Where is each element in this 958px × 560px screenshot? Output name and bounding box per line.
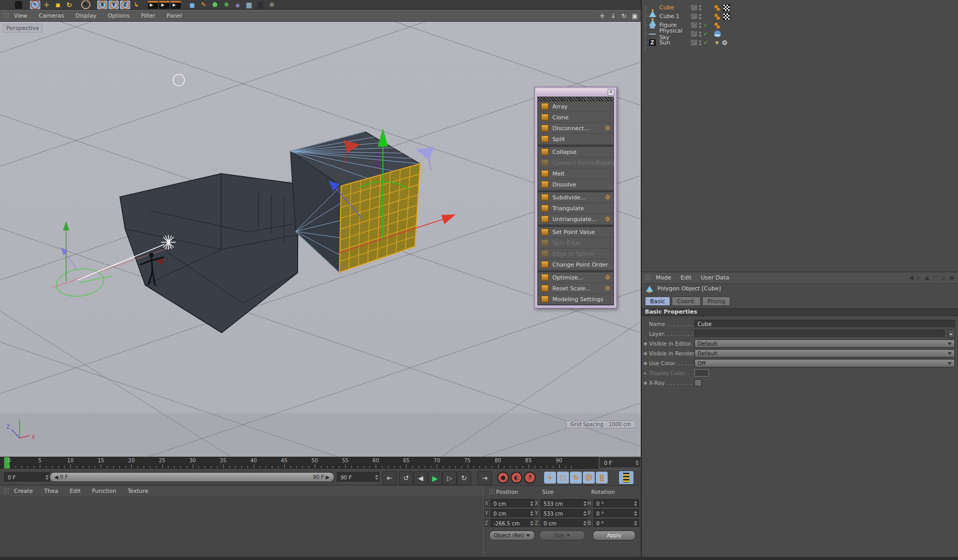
spinner-icon[interactable] <box>45 475 49 480</box>
spline-pen-icon[interactable] <box>198 1 209 9</box>
layer-toggle-icon[interactable] <box>691 31 697 37</box>
visible-editor-dropdown[interactable]: Default <box>694 339 955 348</box>
light-icon[interactable] <box>267 1 277 9</box>
key-position-button[interactable]: ✛ <box>544 472 556 484</box>
coordinate-system-icon[interactable] <box>131 1 142 9</box>
menu-item-collapse[interactable]: Collapse <box>538 147 613 158</box>
menu-item-disconnect[interactable]: Disconnect...⚙ <box>538 123 613 134</box>
rotation-b-field[interactable]: 0 ° <box>593 519 639 528</box>
pan-view-icon[interactable]: ✛ <box>597 11 607 20</box>
track-icon[interactable]: ◉ <box>949 274 954 281</box>
timeline-range-slider[interactable]: ◀ 0 F 90 F ▶ <box>50 472 334 482</box>
anim-dot-icon[interactable]: ◉ <box>642 341 649 346</box>
lock-z-axis-icon[interactable]: Z <box>120 1 130 9</box>
tab-phong[interactable]: Phong <box>702 297 730 306</box>
zoom-view-icon[interactable]: ↓ <box>608 11 618 20</box>
camera-label[interactable]: Perspective <box>3 24 42 33</box>
sun-tag-icon[interactable]: ☀ <box>714 39 720 46</box>
visibility-dots-icon[interactable] <box>699 32 701 37</box>
undo-icon[interactable] <box>13 1 24 9</box>
enabled-check-icon[interactable]: ✓ <box>703 30 708 37</box>
object-row-cube1[interactable]: Cube.1 <box>642 12 958 21</box>
menu-create[interactable]: Create <box>14 488 33 494</box>
selection-tag-icon[interactable] <box>714 22 720 28</box>
enabled-check-icon[interactable]: ✓ <box>703 22 708 28</box>
drag-handle-icon[interactable] <box>3 488 10 494</box>
enabled-check-icon[interactable]: ✓ <box>703 39 708 46</box>
menu-item-array[interactable]: Array <box>538 101 613 112</box>
menu-item-triangulate[interactable]: Triangulate <box>538 203 613 214</box>
visible-renderer-dropdown[interactable]: Default <box>694 349 955 357</box>
menu-item-reset-scale[interactable]: Reset Scale...⚙ <box>538 283 613 294</box>
size-x-field[interactable]: 533 cm <box>540 499 589 508</box>
rotation-p-field[interactable]: 0 ° <box>593 509 639 518</box>
next-key-button[interactable]: ↻ <box>457 471 471 485</box>
current-frame-field[interactable]: 0 F <box>4 472 51 483</box>
options-gear-icon[interactable]: ⚙ <box>605 274 610 281</box>
menu-item-dissolve[interactable]: Dissolve <box>538 179 613 190</box>
tab-basic[interactable]: Basic <box>645 297 670 306</box>
sun-target-tag-icon[interactable]: ❂ <box>722 39 728 46</box>
texture-tag-icon[interactable] <box>723 13 730 20</box>
menu-item-modeling-settings[interactable]: Modeling Settings <box>538 294 613 305</box>
key-scale-button[interactable]: ◻ <box>557 472 569 484</box>
selection-tag-icon[interactable] <box>714 5 720 11</box>
visibility-dots-icon[interactable] <box>699 23 701 28</box>
render-picture-viewer-icon[interactable] <box>159 1 169 9</box>
menu-function[interactable]: Function <box>92 488 116 494</box>
render-settings-icon[interactable] <box>171 1 181 9</box>
position-z-field[interactable]: -266.5 cm <box>490 519 535 528</box>
key-parameter-button[interactable]: Ⓟ <box>583 472 595 484</box>
previous-key-button[interactable]: ↺ <box>399 471 413 485</box>
position-x-field[interactable]: 0 cm <box>490 499 535 508</box>
menu-item-melt[interactable]: Melt <box>538 168 613 179</box>
scale-tool-icon[interactable] <box>53 1 63 9</box>
drag-handle-icon[interactable] <box>489 488 496 495</box>
name-input[interactable]: Cube <box>694 320 955 328</box>
end-frame-field[interactable]: 90 F <box>337 472 380 483</box>
anim-dot-icon[interactable]: ◉ <box>642 351 649 356</box>
visibility-dots-icon[interactable] <box>699 14 701 19</box>
menu-item-optimize[interactable]: Optimize...⚙ <box>538 272 613 283</box>
texture-tag-icon[interactable] <box>723 4 730 11</box>
close-icon[interactable]: x <box>608 89 614 96</box>
add-cube-primitive-icon[interactable] <box>187 1 197 9</box>
play-button[interactable]: ▶ <box>428 471 442 485</box>
options-gear-icon[interactable]: ⚙ <box>605 194 610 201</box>
previous-frame-button[interactable]: ◀ <box>413 471 428 485</box>
menu-user-data[interactable]: User Data <box>701 274 729 281</box>
spinner-icon[interactable] <box>530 521 534 526</box>
spinner-icon[interactable] <box>633 521 638 526</box>
menu-item-clone[interactable]: Clone <box>538 112 613 123</box>
layer-toggle-icon[interactable] <box>691 22 697 28</box>
xray-checkbox[interactable] <box>694 379 702 386</box>
menu-filter[interactable]: Filter <box>141 12 155 19</box>
menu-options[interactable]: Options <box>108 12 130 19</box>
apply-button[interactable]: Apply <box>593 531 636 540</box>
next-frame-button[interactable]: ▷ <box>442 471 457 485</box>
section-basic-properties[interactable]: Basic Properties <box>642 308 958 316</box>
menu-cameras[interactable]: Cameras <box>39 12 64 19</box>
layer-input[interactable] <box>694 330 945 338</box>
rotation-h-field[interactable]: 0 ° <box>593 499 639 508</box>
selected-cube-object[interactable] <box>290 132 420 272</box>
frame-field[interactable]: 0 F <box>600 458 641 468</box>
drag-handle-icon[interactable] <box>3 12 10 19</box>
context-menu-titlebar[interactable]: x <box>536 88 615 96</box>
camera-icon[interactable] <box>255 1 266 9</box>
tab-coord[interactable]: Coord. <box>672 297 701 306</box>
left-box-object[interactable] <box>120 174 298 333</box>
menu-item-subdivide[interactable]: Subdivide...⚙ <box>538 192 613 203</box>
key-icon[interactable]: ⌐ <box>933 274 938 281</box>
size-z-field[interactable]: 0 cm <box>540 519 589 528</box>
menu-item-untriangulate[interactable]: Untriangulate...⚙ <box>538 214 613 225</box>
history-forward-icon[interactable]: ▶ <box>917 274 921 281</box>
deformer-icon[interactable] <box>233 1 243 9</box>
record-keyframe-button[interactable]: ● <box>497 472 509 484</box>
goto-start-button[interactable]: ⇤ <box>382 471 397 485</box>
size-mode-dropdown[interactable]: Size <box>539 531 585 540</box>
object-row-cube[interactable]: Cube <box>642 3 958 12</box>
position-y-field[interactable]: 0 cm <box>490 509 535 518</box>
object-row-sun[interactable]: Z Sun ✓ ☀❂ <box>642 38 958 47</box>
anim-dot-icon[interactable]: ◉ <box>642 380 649 385</box>
